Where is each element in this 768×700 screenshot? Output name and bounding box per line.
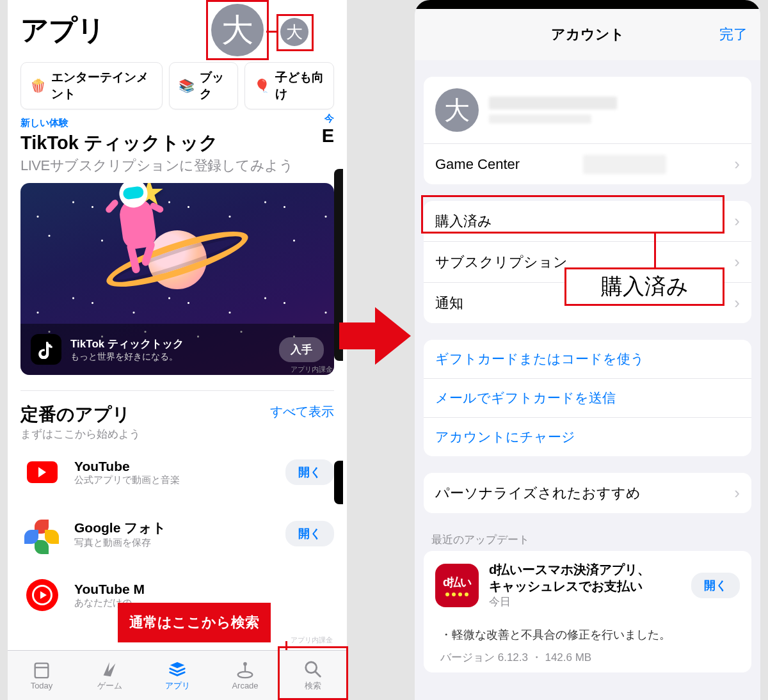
balloon-icon: 🎈 xyxy=(254,78,270,93)
annotation-arrow-large xyxy=(339,307,416,365)
youtube-music-icon xyxy=(20,573,64,617)
app-row-youtube[interactable]: YouTube 公式アプリで動画と音楽 開く xyxy=(8,441,347,503)
redacted-text xyxy=(583,155,666,174)
app-sub: 写真と動画を保存 xyxy=(74,537,166,549)
annotation-box xyxy=(276,14,314,51)
svg-point-2 xyxy=(238,672,253,678)
annotation-callout: 購入済み xyxy=(564,267,724,306)
tab-games[interactable]: ゲーム xyxy=(76,651,143,700)
update-title-1: d払いースマホ決済アプリ、 xyxy=(489,561,650,578)
group-personalized: パーソナライズされたおすすめ › xyxy=(424,473,751,513)
account-avatar: 大 xyxy=(435,88,479,132)
callout-text: 購入済み xyxy=(601,272,689,301)
popcorn-icon: 🍿 xyxy=(30,78,46,93)
nav-title: アカウント xyxy=(551,25,625,44)
get-button[interactable]: 入手 xyxy=(279,337,324,362)
promo-footer-text: TikTok ティックトック もっと世界を好きになる。 xyxy=(70,337,184,363)
open-button[interactable]: 開く xyxy=(285,459,334,485)
chip-label: エンターテインメント xyxy=(51,69,153,102)
promo-header: 新しい体験 TikTok ティックトック LIVEサブスクリプションに登録してみ… xyxy=(8,117,347,175)
row-personalized[interactable]: パーソナライズされたおすすめ › xyxy=(424,473,751,513)
app-peek-icon[interactable] xyxy=(334,461,343,504)
promo-peek-tag: 今 xyxy=(324,113,334,125)
row-game-center[interactable]: Game Center › xyxy=(424,143,751,184)
tab-label: Today xyxy=(31,681,53,690)
nav-bar: アカウント 完了 xyxy=(415,9,760,60)
chevron-right-icon: › xyxy=(734,293,740,313)
open-button[interactable]: 開く xyxy=(285,521,334,546)
row-label: Game Center xyxy=(435,156,520,173)
group-profile: 大 Game Center › xyxy=(424,77,751,184)
svg-rect-0 xyxy=(35,664,49,678)
icon-label: d払い xyxy=(443,575,471,590)
promo-app-name: TikTok ティックトック xyxy=(20,131,334,156)
promo-subtitle: LIVEサブスクリプションに登録してみよう xyxy=(20,156,334,175)
app-store-apps-screen: アプリ 大 大 🍿 エンターテインメント 📚 ブック 🎈 子ども向け 新しい体験 xyxy=(8,0,347,700)
app-name: Google フォト xyxy=(74,519,166,537)
header: アプリ 大 大 xyxy=(8,0,347,54)
promo-footer: TikTok ティックトック もっと世界を好きになる。 入手 xyxy=(20,324,334,375)
promo-card[interactable]: TikTok ティックトック もっと世界を好きになる。 入手 xyxy=(20,183,334,375)
tiktok-icon xyxy=(31,334,61,365)
redacted-text xyxy=(489,97,617,123)
app-name: YouTube xyxy=(74,459,180,474)
update-version: バージョン 6.12.3 ・ 142.6 MB xyxy=(424,642,751,672)
row-label: 通知 xyxy=(435,294,463,313)
update-notes: ・軽微な改善と不具合の修正を行いました。 xyxy=(424,619,751,642)
promo-peek-letter: E xyxy=(322,125,334,147)
app-row-google-photos[interactable]: Google フォト 写真と動画を保存 開く xyxy=(8,503,347,564)
google-photos-icon xyxy=(20,512,64,555)
see-all-link[interactable]: すべて表示 xyxy=(270,403,334,420)
row-add-funds[interactable]: アカウントにチャージ xyxy=(424,417,751,456)
row-label: パーソナライズされたおすすめ xyxy=(435,484,641,503)
done-button[interactable]: 完了 xyxy=(719,25,748,44)
open-button[interactable]: 開く xyxy=(691,573,740,598)
chip-books[interactable]: 📚 ブック xyxy=(169,62,238,109)
chip-kids[interactable]: 🎈 子ども向け xyxy=(244,62,334,109)
group-gift: ギフトカードまたはコードを使う メールでギフトカードを送信 アカウントにチャージ xyxy=(424,340,751,456)
annotation-line xyxy=(654,234,656,269)
recent-updates-header: 最近のアップデート xyxy=(431,532,744,547)
annotation-line xyxy=(266,31,278,33)
row-label: メールでギフトカードを送信 xyxy=(435,389,616,407)
promo-footer-title: TikTok ティックトック xyxy=(70,337,184,351)
row-redeem[interactable]: ギフトカードまたはコードを使う xyxy=(424,340,751,378)
tab-today[interactable]: Today xyxy=(8,651,76,700)
chevron-right-icon: › xyxy=(734,252,740,272)
iap-label: アプリ内課金 xyxy=(291,635,333,645)
row-send-gift[interactable]: メールでギフトカードを送信 xyxy=(424,378,751,417)
section-featured: 定番のアプリ まずはここから始めよう すべて表示 xyxy=(8,375,347,441)
update-title-2: キャッシュレスでお支払い xyxy=(489,578,650,594)
row-label: サブスクリプション xyxy=(435,253,568,272)
update-date: 今日 xyxy=(489,594,650,609)
section-subtitle: まずはここから始めよう xyxy=(20,427,334,441)
books-icon: 📚 xyxy=(179,78,195,93)
chevron-right-icon: › xyxy=(734,483,740,503)
profile-row[interactable]: 大 xyxy=(424,77,751,143)
chevron-right-icon: › xyxy=(734,154,740,174)
illustration-astronaut xyxy=(118,196,157,250)
tab-label: Arcade xyxy=(232,681,258,690)
annotation-box xyxy=(421,195,724,234)
chevron-right-icon: › xyxy=(734,211,740,231)
category-chips: 🍿 エンターテインメント 📚 ブック 🎈 子ども向け xyxy=(8,54,347,117)
annotation-box xyxy=(278,646,348,700)
app-name: YouTube M xyxy=(74,582,145,597)
row-label: ギフトカードまたはコードを使う xyxy=(435,350,644,368)
account-sheet: アカウント 完了 大 Game Center › 購入済み › サブスクリ xyxy=(415,0,760,700)
iap-label: アプリ内課金 xyxy=(291,365,333,374)
group-update: d払い d払いースマホ決済アプリ、 キャッシュレスでお支払い 今日 開く ・軽微… xyxy=(424,551,751,672)
promo-footer-sub: もっと世界を好きになる。 xyxy=(70,351,184,363)
tab-apps[interactable]: アプリ xyxy=(143,651,211,700)
tab-arcade[interactable]: Arcade xyxy=(211,651,279,700)
app-sub: 公式アプリで動画と音楽 xyxy=(74,474,180,486)
chip-label: ブック xyxy=(200,69,228,102)
tab-label: ゲーム xyxy=(97,680,122,692)
chip-label: 子ども向け xyxy=(275,69,324,102)
dbarai-icon: d払い xyxy=(435,564,479,607)
chip-entertainment[interactable]: 🍿 エンターテインメント xyxy=(20,62,163,109)
tab-label: アプリ xyxy=(165,680,190,692)
row-label: アカウントにチャージ xyxy=(435,428,575,446)
promo-tag: 新しい体験 xyxy=(20,117,334,129)
update-row[interactable]: d払い d払いースマホ決済アプリ、 キャッシュレスでお支払い 今日 開く xyxy=(424,551,751,619)
